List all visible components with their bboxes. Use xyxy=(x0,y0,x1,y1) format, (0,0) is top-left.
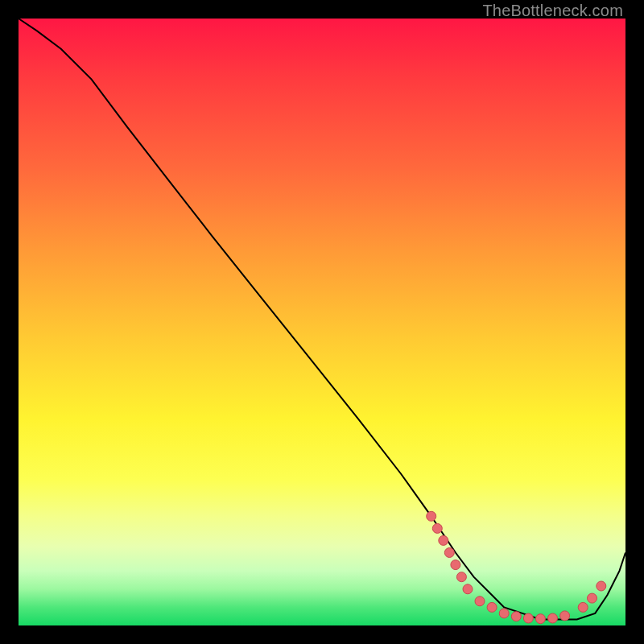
curve-layer xyxy=(19,19,625,625)
curve-marker xyxy=(535,614,545,624)
curve-marker xyxy=(523,613,533,623)
curve-marker xyxy=(444,548,454,558)
watermark-text: TheBottleneck.com xyxy=(482,2,623,20)
plot-area xyxy=(19,19,625,625)
curve-marker xyxy=(597,581,606,591)
curve-marker xyxy=(451,560,460,570)
curve-marker xyxy=(475,597,485,606)
curve-marker xyxy=(548,613,558,623)
chart-stage: TheBottleneck.com xyxy=(0,0,644,644)
curve-marker xyxy=(456,572,466,582)
curve-marker xyxy=(487,602,497,612)
bottleneck-curve xyxy=(19,19,625,620)
curve-marker xyxy=(439,535,448,545)
curve-marker xyxy=(560,611,570,621)
curve-marker xyxy=(578,602,588,612)
curve-marker xyxy=(499,609,509,618)
curve-marker xyxy=(432,523,442,533)
curve-markers xyxy=(427,511,606,623)
curve-marker xyxy=(427,511,436,521)
curve-marker xyxy=(463,584,473,594)
curve-marker xyxy=(588,593,597,603)
curve-marker xyxy=(511,612,521,621)
